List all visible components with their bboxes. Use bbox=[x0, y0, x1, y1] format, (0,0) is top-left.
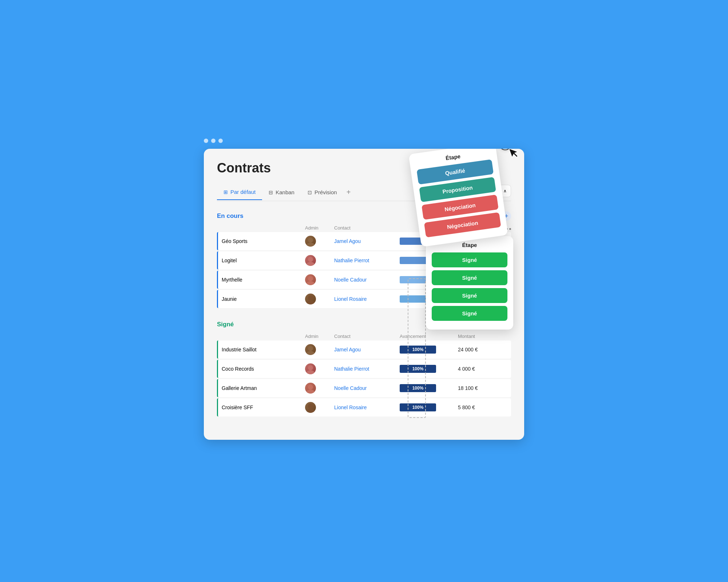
cursor-icon bbox=[508, 149, 523, 163]
avatar bbox=[305, 274, 316, 285]
stage-option-signe-2[interactable]: Signé bbox=[432, 270, 507, 285]
tab-prevision-label: Prévision bbox=[314, 189, 337, 195]
avatar bbox=[305, 344, 316, 355]
svg-point-11 bbox=[306, 370, 314, 374]
contact-link[interactable]: Nathalie Pierrot bbox=[334, 258, 400, 263]
row-name: Géo Sports bbox=[222, 238, 305, 244]
svg-point-12 bbox=[308, 384, 313, 390]
avatar bbox=[305, 236, 316, 247]
svg-point-10 bbox=[308, 365, 313, 370]
svg-point-9 bbox=[306, 351, 314, 355]
avatar bbox=[305, 363, 316, 374]
tab-kanban-label: Kanban bbox=[276, 189, 294, 195]
dot-1 bbox=[204, 139, 208, 143]
contact-link[interactable]: Noelle Cadour bbox=[334, 277, 400, 283]
row-name: Logitel bbox=[222, 258, 305, 263]
svg-point-5 bbox=[306, 281, 314, 285]
col-admin-label-signe: Admin bbox=[305, 334, 334, 339]
contact-link[interactable]: Lionel Rosaire bbox=[334, 296, 400, 302]
contact-link[interactable]: Jamel Agou bbox=[334, 347, 400, 352]
row-name: Myrthelle bbox=[222, 277, 305, 283]
tab-prevision[interactable]: ⊡ Prévision bbox=[301, 186, 344, 200]
section-en-cours-title: En cours bbox=[217, 212, 244, 220]
svg-point-3 bbox=[306, 262, 314, 266]
svg-point-4 bbox=[308, 276, 313, 281]
tab-prevision-icon: ⊡ bbox=[308, 190, 312, 195]
avatar bbox=[305, 255, 316, 266]
contact-link[interactable]: Jamel Agou bbox=[334, 238, 400, 244]
avatar bbox=[305, 294, 316, 304]
col-name-label-signe bbox=[220, 334, 305, 339]
svg-point-14 bbox=[308, 404, 313, 409]
contact-link[interactable]: Nathalie Pierrot bbox=[334, 366, 400, 372]
stage-option-signe-4[interactable]: Signé bbox=[432, 306, 507, 321]
stage-dropdown-bottom: Étape Signé Signé Signé Signé bbox=[426, 236, 513, 330]
row-name: Industrie Saillot bbox=[222, 347, 305, 352]
tab-par-defaut-label: Par défaut bbox=[230, 189, 256, 195]
avatar bbox=[305, 402, 316, 413]
avatar bbox=[305, 383, 316, 394]
tab-par-defaut-icon: ⊞ bbox=[223, 189, 228, 195]
col-admin-label: Admin bbox=[305, 225, 334, 231]
svg-point-6 bbox=[308, 295, 313, 300]
stage-dropdown-top: Étape Qualifié Proposition Négociation N… bbox=[408, 149, 508, 247]
svg-point-2 bbox=[308, 257, 313, 262]
outer-frame: + Étape Qualifié Proposition Négociation… bbox=[193, 128, 535, 454]
col-contact-label: Contact bbox=[334, 225, 400, 231]
tab-add-button[interactable]: + bbox=[344, 184, 354, 201]
tab-par-defaut[interactable]: ⊞ Par défaut bbox=[217, 185, 262, 200]
stage-option-signe-3[interactable]: Signé bbox=[432, 288, 507, 303]
tab-kanban-icon: ⊟ bbox=[269, 190, 273, 195]
row-name: Jaunie bbox=[222, 296, 305, 302]
contact-link[interactable]: Lionel Rosaire bbox=[334, 404, 400, 410]
svg-point-15 bbox=[306, 409, 314, 413]
svg-point-0 bbox=[308, 238, 313, 243]
floating-cards-area: + Étape Qualifié Proposition Négociation… bbox=[393, 149, 524, 440]
row-name: Gallerie Artman bbox=[222, 385, 305, 391]
tab-kanban[interactable]: ⊟ Kanban bbox=[262, 186, 301, 200]
svg-point-7 bbox=[306, 300, 314, 304]
dot-2 bbox=[211, 139, 215, 143]
svg-point-1 bbox=[306, 243, 314, 247]
svg-point-13 bbox=[306, 390, 314, 394]
row-name: Croisière SFF bbox=[222, 404, 305, 410]
col-contact-label-signe: Contact bbox=[334, 334, 400, 339]
row-name: Coco Records bbox=[222, 366, 305, 372]
stage-option-signe-1[interactable]: Signé bbox=[432, 252, 507, 267]
section-signe-title: Signé bbox=[217, 321, 234, 328]
contact-link[interactable]: Noelle Cadour bbox=[334, 385, 400, 391]
browser-window: + Étape Qualifié Proposition Négociation… bbox=[204, 149, 524, 440]
window-dots bbox=[204, 139, 524, 143]
dot-3 bbox=[218, 139, 223, 143]
svg-point-8 bbox=[308, 346, 313, 351]
col-name-label bbox=[220, 225, 305, 231]
